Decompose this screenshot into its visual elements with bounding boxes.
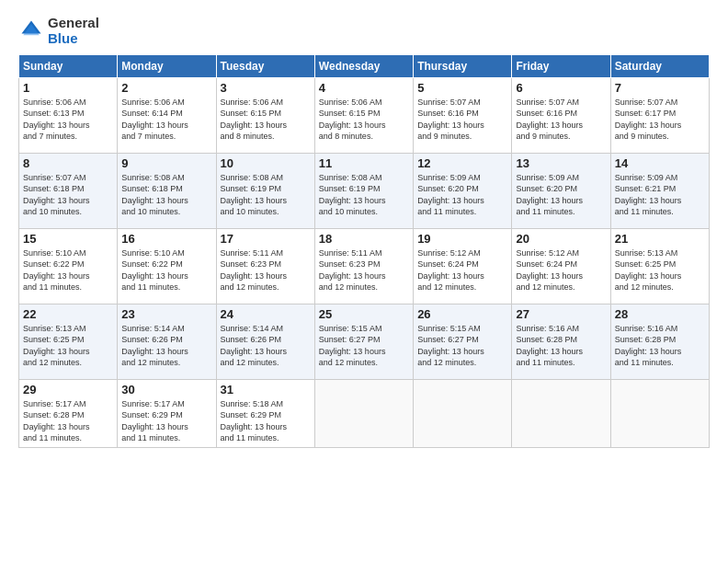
daylight-label: Daylight: 13 hours: [615, 271, 682, 281]
sunrise-label: Sunrise: 5:07 AM: [516, 98, 579, 107]
sunrise-label: Sunrise: 5:18 AM: [221, 399, 284, 408]
sunset-label: Sunset: 6:28 PM: [23, 410, 85, 419]
day-number: 24: [221, 307, 311, 321]
daylight-minutes: and 11 minutes.: [615, 358, 674, 367]
day-info: Sunrise: 5:06 AM Sunset: 6:13 PM Dayligh…: [23, 97, 113, 143]
day-info: Sunrise: 5:07 AM Sunset: 6:18 PM Dayligh…: [23, 172, 113, 218]
daylight-minutes: and 12 minutes.: [221, 282, 279, 292]
day-number: 14: [615, 156, 705, 170]
sunset-label: Sunset: 6:16 PM: [417, 109, 479, 118]
daylight-minutes: and 12 minutes.: [319, 358, 378, 367]
day-number: 10: [221, 156, 311, 170]
calendar-week-row: 1 Sunrise: 5:06 AM Sunset: 6:13 PM Dayli…: [19, 77, 710, 153]
day-info: Sunrise: 5:10 AM Sunset: 6:22 PM Dayligh…: [23, 247, 113, 293]
day-info: Sunrise: 5:16 AM Sunset: 6:28 PM Dayligh…: [615, 323, 705, 369]
daylight-label: Daylight: 13 hours: [319, 121, 386, 130]
daylight-label: Daylight: 13 hours: [221, 347, 288, 356]
calendar-cell: 9 Sunrise: 5:08 AM Sunset: 6:18 PM Dayli…: [118, 153, 216, 228]
calendar-cell: [512, 379, 610, 447]
calendar-cell: 17 Sunrise: 5:11 AM Sunset: 6:23 PM Dayl…: [216, 228, 314, 304]
day-number: 26: [417, 307, 507, 321]
daylight-label: Daylight: 13 hours: [23, 271, 90, 281]
sunset-label: Sunset: 6:18 PM: [23, 184, 85, 193]
day-info: Sunrise: 5:16 AM Sunset: 6:28 PM Dayligh…: [516, 323, 606, 369]
daylight-minutes: and 9 minutes.: [615, 132, 669, 141]
sunrise-label: Sunrise: 5:07 AM: [615, 98, 678, 107]
daylight-label: Daylight: 13 hours: [615, 196, 682, 205]
daylight-label: Daylight: 13 hours: [23, 121, 90, 130]
day-number: 20: [516, 232, 606, 246]
day-number: 21: [615, 232, 705, 246]
day-info: Sunrise: 5:15 AM Sunset: 6:27 PM Dayligh…: [417, 323, 507, 369]
daylight-label: Daylight: 13 hours: [319, 271, 386, 281]
day-number: 12: [417, 156, 507, 170]
weekday-header-tuesday: Tuesday: [216, 54, 314, 77]
sunrise-label: Sunrise: 5:06 AM: [23, 98, 86, 107]
calendar-cell: 23 Sunrise: 5:14 AM Sunset: 6:26 PM Dayl…: [118, 304, 216, 379]
day-info: Sunrise: 5:12 AM Sunset: 6:24 PM Dayligh…: [516, 247, 606, 293]
calendar-cell: 8 Sunrise: 5:07 AM Sunset: 6:18 PM Dayli…: [19, 153, 118, 228]
daylight-minutes: and 8 minutes.: [319, 132, 373, 141]
sunrise-label: Sunrise: 5:09 AM: [516, 173, 579, 182]
weekday-header-saturday: Saturday: [610, 54, 709, 77]
daylight-minutes: and 11 minutes.: [516, 358, 574, 367]
daylight-label: Daylight: 13 hours: [319, 196, 386, 205]
calendar-cell: 13 Sunrise: 5:09 AM Sunset: 6:20 PM Dayl…: [512, 153, 610, 228]
day-info: Sunrise: 5:06 AM Sunset: 6:15 PM Dayligh…: [221, 97, 311, 143]
day-info: Sunrise: 5:15 AM Sunset: 6:27 PM Dayligh…: [319, 323, 409, 369]
calendar-cell: 4 Sunrise: 5:06 AM Sunset: 6:15 PM Dayli…: [314, 77, 413, 153]
sunrise-label: Sunrise: 5:11 AM: [221, 248, 284, 258]
daylight-label: Daylight: 13 hours: [615, 347, 682, 356]
daylight-label: Daylight: 13 hours: [121, 196, 188, 205]
sunrise-label: Sunrise: 5:11 AM: [319, 248, 382, 258]
sunrise-label: Sunrise: 5:12 AM: [417, 248, 481, 258]
calendar-cell: 28 Sunrise: 5:16 AM Sunset: 6:28 PM Dayl…: [610, 304, 709, 379]
calendar-cell: 12 Sunrise: 5:09 AM Sunset: 6:20 PM Dayl…: [414, 153, 512, 228]
daylight-minutes: and 12 minutes.: [221, 358, 279, 367]
calendar-week-row: 22 Sunrise: 5:13 AM Sunset: 6:25 PM Dayl…: [19, 304, 710, 379]
sunset-label: Sunset: 6:23 PM: [319, 259, 381, 269]
day-number: 30: [121, 383, 211, 396]
day-number: 9: [121, 156, 211, 170]
sunrise-label: Sunrise: 5:07 AM: [417, 98, 481, 107]
sunset-label: Sunset: 6:15 PM: [221, 109, 282, 118]
logo: General Blue: [18, 15, 99, 47]
daylight-minutes: and 12 minutes.: [615, 282, 674, 292]
sunrise-label: Sunrise: 5:14 AM: [121, 324, 185, 333]
logo-blue-text: Blue: [48, 30, 78, 46]
daylight-label: Daylight: 13 hours: [516, 271, 583, 281]
sunset-label: Sunset: 6:13 PM: [23, 109, 85, 118]
calendar-cell: 26 Sunrise: 5:15 AM Sunset: 6:27 PM Dayl…: [414, 304, 512, 379]
sunrise-label: Sunrise: 5:14 AM: [221, 324, 284, 333]
day-info: Sunrise: 5:18 AM Sunset: 6:29 PM Dayligh…: [221, 398, 311, 444]
daylight-label: Daylight: 13 hours: [121, 422, 188, 431]
day-number: 4: [319, 81, 409, 95]
day-number: 29: [23, 383, 113, 396]
daylight-label: Daylight: 13 hours: [23, 422, 90, 431]
calendar-cell: 11 Sunrise: 5:08 AM Sunset: 6:19 PM Dayl…: [314, 153, 413, 228]
sunrise-label: Sunrise: 5:09 AM: [417, 173, 481, 182]
header: General Blue: [18, 15, 710, 47]
sunrise-label: Sunrise: 5:06 AM: [121, 98, 185, 107]
daylight-label: Daylight: 13 hours: [121, 271, 188, 281]
page: General Blue SundayMondayTuesdayWednesda…: [0, 0, 728, 563]
sunset-label: Sunset: 6:22 PM: [121, 259, 183, 269]
calendar-cell: 20 Sunrise: 5:12 AM Sunset: 6:24 PM Dayl…: [512, 228, 610, 304]
daylight-minutes: and 11 minutes.: [121, 433, 180, 442]
calendar-cell: 31 Sunrise: 5:18 AM Sunset: 6:29 PM Dayl…: [216, 379, 314, 447]
day-number: 22: [23, 307, 113, 321]
daylight-label: Daylight: 13 hours: [516, 347, 583, 356]
sunrise-label: Sunrise: 5:15 AM: [417, 324, 481, 333]
day-info: Sunrise: 5:14 AM Sunset: 6:26 PM Dayligh…: [121, 323, 211, 369]
daylight-label: Daylight: 13 hours: [121, 121, 188, 130]
calendar-table: SundayMondayTuesdayWednesdayThursdayFrid…: [18, 54, 710, 448]
sunrise-label: Sunrise: 5:08 AM: [121, 173, 185, 182]
daylight-label: Daylight: 13 hours: [516, 121, 583, 130]
calendar-cell: 30 Sunrise: 5:17 AM Sunset: 6:29 PM Dayl…: [118, 379, 216, 447]
day-info: Sunrise: 5:08 AM Sunset: 6:19 PM Dayligh…: [319, 172, 409, 218]
sunrise-label: Sunrise: 5:07 AM: [23, 173, 86, 182]
day-info: Sunrise: 5:10 AM Sunset: 6:22 PM Dayligh…: [121, 247, 211, 293]
daylight-label: Daylight: 13 hours: [221, 271, 288, 281]
sunset-label: Sunset: 6:26 PM: [221, 335, 282, 344]
calendar-week-row: 8 Sunrise: 5:07 AM Sunset: 6:18 PM Dayli…: [19, 153, 710, 228]
